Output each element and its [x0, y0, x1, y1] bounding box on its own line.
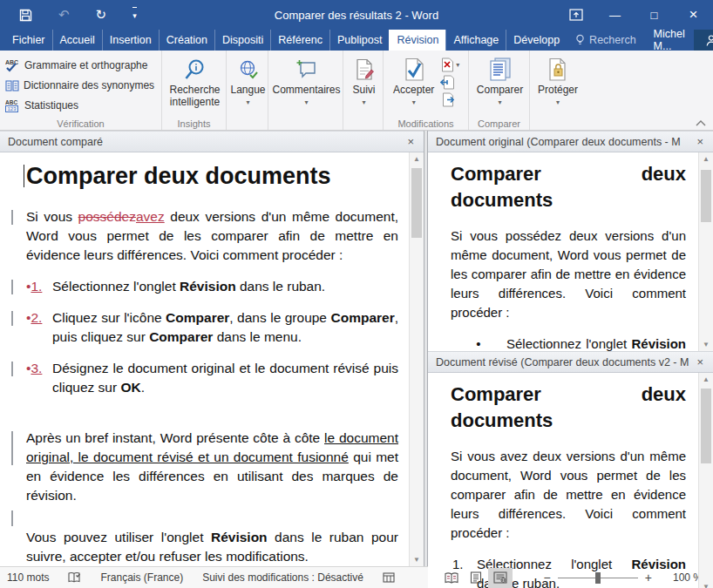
- web-layout-icon[interactable]: [488, 568, 513, 588]
- person-icon: [706, 35, 713, 46]
- zoom-slider-handle[interactable]: [595, 572, 601, 584]
- list-bullet: •: [451, 335, 506, 351]
- close-icon[interactable]: ×: [695, 135, 705, 148]
- scroll-up-icon[interactable]: ▲: [699, 152, 713, 166]
- right-pane-column: Document original (Comparer deux documen…: [428, 131, 713, 566]
- accept-button[interactable]: Accepter ▾: [389, 53, 438, 109]
- spelling-label: Grammaire et orthographe: [24, 59, 147, 71]
- reject-button[interactable]: ▾: [440, 57, 459, 72]
- protect-button[interactable]: Protéger ▾: [535, 53, 581, 109]
- zoom-slider[interactable]: [558, 578, 638, 578]
- next-change-button[interactable]: [440, 91, 459, 107]
- language-button[interactable]: Langue ▾: [232, 53, 264, 109]
- doc-paragraph: Si vous possédezavez deux versions d'un …: [26, 207, 398, 265]
- scroll-up-icon[interactable]: ▲: [699, 373, 713, 386]
- list-marker: •3.: [26, 359, 52, 397]
- close-icon[interactable]: ×: [405, 135, 416, 148]
- list-marker: •1.: [26, 277, 52, 296]
- pane-document-original: Document original (Comparer deux documen…: [428, 131, 713, 351]
- collapse-ribbon-icon[interactable]: [696, 120, 706, 126]
- language-status[interactable]: Français (France): [100, 571, 183, 584]
- word-count-status[interactable]: 110 mots: [7, 571, 49, 584]
- group-label-insights: Insights: [162, 118, 226, 129]
- tab-developpeur[interactable]: Développ: [506, 30, 567, 51]
- comment-icon: [295, 56, 318, 84]
- ribbon-tab-row: Fichier Accueil Insertion Création Dispo…: [0, 30, 713, 51]
- change-bar: [11, 362, 13, 376]
- maximize-icon[interactable]: □: [635, 0, 674, 30]
- change-bar: [11, 311, 13, 326]
- scroll-down-icon[interactable]: ▼: [699, 580, 713, 588]
- tab-insertion[interactable]: Insertion: [102, 30, 159, 51]
- close-icon[interactable]: ×: [674, 0, 713, 30]
- ribbon-display-options-icon[interactable]: [556, 0, 595, 30]
- doc-heading: Comparer deux documents: [451, 161, 686, 213]
- doc-list-item: • Sélectionnez l'onglet Révision dans le…: [451, 335, 686, 351]
- compare-icon: [487, 56, 513, 84]
- doc-paragraph: Après un bref instant, Word présente côt…: [26, 429, 398, 505]
- tab-revision[interactable]: Révision: [389, 30, 445, 51]
- track-changes-icon: [354, 56, 375, 84]
- tell-me-search[interactable]: Recherch: [567, 30, 645, 51]
- tab-publipostage[interactable]: Publipost: [329, 30, 389, 51]
- tab-disposition[interactable]: Dispositi: [214, 30, 270, 51]
- word-count-button[interactable]: ABC123 Statistiques: [5, 97, 158, 114]
- scrollbar-original[interactable]: ▲ ▼: [698, 152, 713, 351]
- inserted-text: avez: [136, 209, 165, 224]
- minimize-icon[interactable]: —: [595, 0, 635, 30]
- scroll-thumb[interactable]: [701, 389, 711, 463]
- revised-document[interactable]: Comparer deux documents Si vous avez deu…: [428, 373, 698, 588]
- comments-button[interactable]: Commentaires ▾: [274, 53, 339, 109]
- spelling-icon: ABC: [5, 58, 20, 72]
- dropdown-arrow-icon: ▾: [362, 97, 365, 109]
- pane-document-compare: Document comparé × Comparer deux documen…: [0, 131, 424, 566]
- scrollbar-revised[interactable]: ▲ ▼: [698, 373, 713, 588]
- doc-list-item: •3. Désignez le document original et le …: [26, 359, 398, 397]
- track-changes-label: Suivi: [353, 84, 376, 96]
- tab-affichage[interactable]: Affichage: [445, 30, 506, 51]
- previous-change-button[interactable]: [440, 74, 459, 90]
- svg-text:ABC: ABC: [5, 99, 17, 105]
- thesaurus-button[interactable]: Dictionnaire des synonymes: [5, 77, 158, 94]
- doc-paragraph: Vous pouvez utiliser l'onglet Révision d…: [26, 528, 398, 566]
- macro-recording-icon[interactable]: [383, 572, 395, 583]
- account-name[interactable]: Michel M...: [645, 30, 694, 51]
- read-mode-icon[interactable]: [439, 568, 464, 588]
- ribbon: ABC Grammaire et orthographe Dictionnair…: [0, 51, 713, 131]
- dropdown-arrow-icon: ▾: [304, 97, 308, 109]
- original-document[interactable]: Comparer deux documents Si vous possédez…: [428, 152, 698, 351]
- tab-accueil[interactable]: Accueil: [52, 30, 102, 51]
- zoom-out-icon[interactable]: −: [537, 571, 558, 585]
- print-layout-icon[interactable]: [464, 568, 488, 588]
- scroll-thumb[interactable]: [701, 170, 711, 222]
- track-changes-status[interactable]: Suivi des modifications : Désactivé: [202, 571, 363, 584]
- scroll-down-icon[interactable]: ▼: [410, 553, 424, 566]
- compare-button[interactable]: Comparer ▾: [474, 53, 526, 109]
- smart-lookup-button[interactable]: Recherche intelligente: [167, 53, 222, 108]
- protect-icon: [547, 56, 569, 84]
- group-insights: Recherche intelligente Insights: [162, 51, 227, 130]
- tab-fichier[interactable]: Fichier: [0, 30, 52, 51]
- scroll-down-icon[interactable]: ▼: [699, 338, 713, 351]
- zoom-in-icon[interactable]: +: [638, 571, 659, 585]
- group-label-verification: Vérification: [0, 118, 161, 129]
- proofing-status-icon[interactable]: [68, 571, 81, 584]
- scroll-up-icon[interactable]: ▲: [410, 152, 424, 166]
- customize-qat-icon[interactable]: ▾: [132, 7, 137, 23]
- scroll-thumb[interactable]: [411, 168, 422, 238]
- compared-document[interactable]: Comparer deux documents Si vous possédez…: [0, 152, 409, 566]
- scrollbar-compare[interactable]: ▲ ▼: [409, 152, 424, 566]
- tab-references[interactable]: Référenc: [270, 30, 329, 51]
- tell-me-label: Recherch: [589, 34, 636, 46]
- track-changes-button[interactable]: Suivi ▾: [349, 53, 379, 109]
- close-icon[interactable]: ×: [695, 355, 705, 368]
- save-icon[interactable]: [19, 9, 32, 22]
- share-button[interactable]: Partager: [694, 30, 713, 51]
- protect-label: Protéger: [538, 84, 578, 96]
- redo-icon[interactable]: ↻: [96, 8, 107, 22]
- spelling-grammar-button[interactable]: ABC Grammaire et orthographe: [5, 57, 158, 74]
- undo-icon[interactable]: ↶: [58, 8, 70, 22]
- tab-creation[interactable]: Création: [159, 30, 214, 51]
- empty-paragraph: [26, 505, 398, 528]
- word-count-icon: ABC123: [5, 98, 20, 112]
